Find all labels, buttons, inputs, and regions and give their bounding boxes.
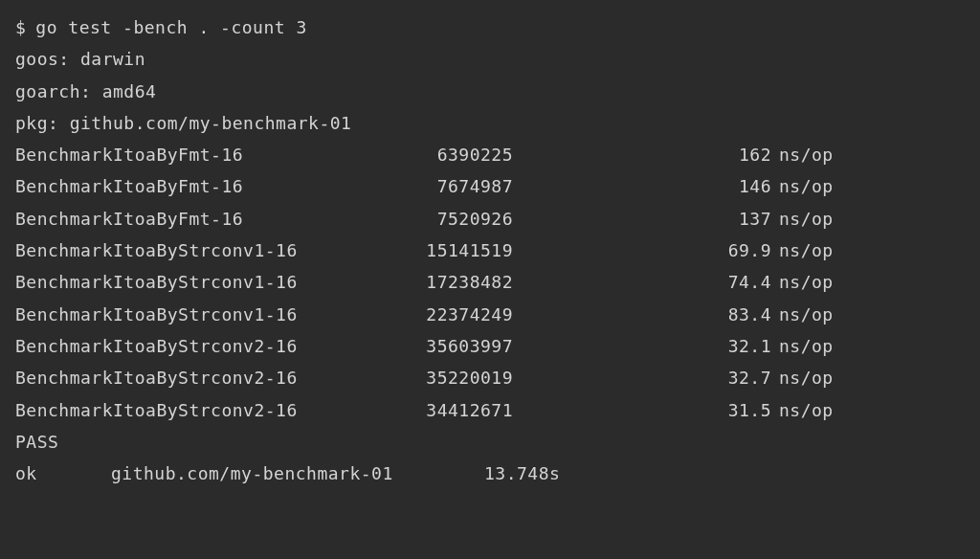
command-line: $ go test -bench . -count 3: [15, 11, 965, 43]
benchmark-iterations: 6390225: [360, 139, 513, 170]
benchmark-iterations: 35603997: [360, 330, 513, 362]
benchmark-iterations: 34412671: [360, 394, 513, 426]
benchmark-nsop: 146: [513, 170, 771, 202]
footer-line: ok github.com/my-benchmark-01 13.748s: [15, 458, 965, 489]
benchmark-nsop: 162: [513, 139, 771, 170]
benchmark-unit: ns/op: [779, 299, 834, 330]
benchmark-name: BenchmarkItoaByStrconv1-16: [15, 266, 360, 298]
benchmark-row: BenchmarkItoaByFmt-166390225162ns/op: [15, 139, 965, 170]
benchmark-name: BenchmarkItoaByFmt-16: [15, 139, 360, 170]
footer-elapsed: 13.748s: [484, 458, 560, 489]
benchmark-row: BenchmarkItoaByStrconv2-163560399732.1ns…: [15, 330, 965, 362]
benchmark-unit: ns/op: [779, 139, 834, 170]
benchmark-row: BenchmarkItoaByStrconv1-161723848274.4ns…: [15, 266, 965, 298]
footer-ok: ok: [15, 458, 111, 489]
benchmark-iterations: 7520926: [360, 203, 513, 235]
benchmark-iterations: 22374249: [360, 299, 513, 330]
benchmark-row: BenchmarkItoaByFmt-167674987146ns/op: [15, 170, 965, 202]
benchmark-unit: ns/op: [779, 203, 834, 235]
prompt-symbol: $: [15, 11, 26, 43]
benchmark-row: BenchmarkItoaByStrconv1-162237424983.4ns…: [15, 299, 965, 330]
benchmark-nsop: 69.9: [513, 235, 771, 266]
benchmark-nsop: 137: [513, 203, 771, 235]
benchmark-nsop: 74.4: [513, 266, 771, 298]
benchmark-name: BenchmarkItoaByStrconv2-16: [15, 394, 360, 426]
footer-pkg: github.com/my-benchmark-01: [111, 458, 484, 489]
benchmark-unit: ns/op: [779, 330, 834, 362]
benchmark-name: BenchmarkItoaByStrconv2-16: [15, 330, 360, 362]
pass-line: PASS: [15, 426, 965, 458]
benchmark-iterations: 35220019: [360, 362, 513, 393]
benchmark-row: BenchmarkItoaByStrconv1-161514151969.9ns…: [15, 235, 965, 266]
benchmark-name: BenchmarkItoaByStrconv1-16: [15, 299, 360, 330]
benchmark-unit: ns/op: [779, 362, 834, 393]
benchmark-nsop: 31.5: [513, 394, 771, 426]
benchmark-row: BenchmarkItoaByStrconv2-163441267131.5ns…: [15, 394, 965, 426]
goos-line: goos: darwin: [15, 43, 965, 75]
benchmark-unit: ns/op: [779, 235, 834, 266]
benchmark-iterations: 7674987: [360, 170, 513, 202]
benchmark-unit: ns/op: [779, 394, 834, 426]
benchmark-iterations: 17238482: [360, 266, 513, 298]
benchmark-unit: ns/op: [779, 170, 834, 202]
benchmark-nsop: 83.4: [513, 299, 771, 330]
benchmark-results: BenchmarkItoaByFmt-166390225162ns/opBenc…: [15, 139, 965, 426]
benchmark-name: BenchmarkItoaByFmt-16: [15, 203, 360, 235]
benchmark-name: BenchmarkItoaByStrconv2-16: [15, 362, 360, 393]
goarch-line: goarch: amd64: [15, 76, 965, 107]
benchmark-name: BenchmarkItoaByFmt-16: [15, 170, 360, 202]
benchmark-row: BenchmarkItoaByFmt-167520926137ns/op: [15, 203, 965, 235]
pkg-line: pkg: github.com/my-benchmark-01: [15, 107, 965, 139]
benchmark-iterations: 15141519: [360, 235, 513, 266]
benchmark-row: BenchmarkItoaByStrconv2-163522001932.7ns…: [15, 362, 965, 393]
command-text: go test -bench . -count 3: [35, 11, 306, 43]
benchmark-nsop: 32.7: [513, 362, 771, 393]
benchmark-unit: ns/op: [779, 266, 834, 298]
benchmark-nsop: 32.1: [513, 330, 771, 362]
benchmark-name: BenchmarkItoaByStrconv1-16: [15, 235, 360, 266]
